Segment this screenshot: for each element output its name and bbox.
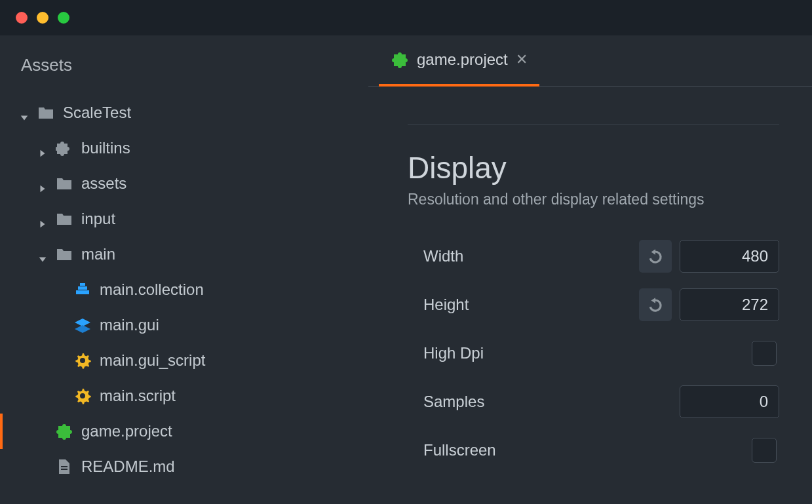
titlebar bbox=[0, 0, 812, 35]
tree-item-builtins[interactable]: builtins bbox=[0, 130, 368, 166]
tree-item-main[interactable]: main bbox=[0, 237, 368, 272]
asset-tree: ScaleTest builtins assets input main bbox=[0, 95, 368, 484]
tab-bar: game.project ✕ bbox=[368, 35, 812, 87]
chevron-right-icon[interactable] bbox=[38, 144, 47, 153]
puzzle-icon bbox=[55, 139, 73, 157]
field-high-dpi: High Dpi bbox=[408, 329, 779, 378]
samples-input[interactable] bbox=[680, 385, 779, 418]
chevron-right-icon[interactable] bbox=[38, 214, 47, 223]
jigsaw-piece-icon bbox=[55, 422, 73, 440]
tree-item-label: builtins bbox=[81, 139, 130, 157]
tree-item-label: main.gui_script bbox=[100, 351, 205, 370]
editor-panel: game.project ✕ Display Resolution and ot… bbox=[368, 35, 812, 504]
tree-item-main-script[interactable]: main.script bbox=[0, 378, 368, 414]
tree-item-assets[interactable]: assets bbox=[0, 166, 368, 201]
tree-item-label: main.script bbox=[100, 387, 176, 405]
jigsaw-piece-icon bbox=[391, 50, 409, 69]
editor-content: Display Resolution and other display rel… bbox=[368, 87, 812, 504]
section-subtitle: Resolution and other display related set… bbox=[408, 191, 779, 208]
tree-item-label: README.md bbox=[81, 457, 175, 476]
width-input[interactable] bbox=[680, 240, 779, 273]
layers-icon bbox=[73, 316, 92, 334]
reset-width-button[interactable] bbox=[639, 240, 672, 273]
tree-item-main-collection[interactable]: main.collection bbox=[0, 272, 368, 307]
undo-icon bbox=[646, 247, 665, 265]
field-label: Fullscreen bbox=[408, 441, 604, 459]
tree-item-readme[interactable]: README.md bbox=[0, 449, 368, 484]
high-dpi-checkbox[interactable] bbox=[752, 341, 777, 366]
folder-icon bbox=[55, 245, 73, 263]
field-label: High Dpi bbox=[408, 344, 604, 362]
collection-icon bbox=[73, 281, 92, 299]
tree-item-label: main bbox=[81, 245, 115, 263]
tab-game-project[interactable]: game.project ✕ bbox=[379, 35, 539, 87]
file-icon bbox=[55, 457, 73, 476]
field-label: Height bbox=[408, 296, 604, 314]
window-zoom-button[interactable] bbox=[58, 12, 69, 24]
tab-label: game.project bbox=[417, 50, 508, 69]
cog-icon bbox=[73, 387, 92, 405]
window-close-button[interactable] bbox=[16, 12, 28, 24]
folder-icon bbox=[37, 104, 55, 122]
assets-panel: Assets ScaleTest builtins assets input bbox=[0, 35, 368, 504]
tree-item-label: main.gui bbox=[100, 316, 159, 334]
folder-icon bbox=[55, 174, 73, 193]
reset-height-button[interactable] bbox=[639, 288, 672, 321]
tree-item-scaletest[interactable]: ScaleTest bbox=[0, 95, 368, 130]
tree-item-label: main.collection bbox=[100, 281, 204, 299]
field-label: Width bbox=[408, 247, 604, 265]
tree-item-game-project[interactable]: game.project bbox=[0, 414, 368, 449]
tree-item-label: game.project bbox=[81, 422, 172, 440]
chevron-down-icon[interactable] bbox=[38, 250, 47, 259]
field-width: Width bbox=[408, 232, 779, 281]
section-title: Display bbox=[408, 150, 779, 185]
chevron-down-icon[interactable] bbox=[20, 108, 29, 117]
chevron-right-icon[interactable] bbox=[38, 179, 47, 188]
tree-item-main-gui[interactable]: main.gui bbox=[0, 307, 368, 343]
cog-icon bbox=[73, 351, 92, 370]
tree-item-input[interactable]: input bbox=[0, 201, 368, 237]
undo-icon bbox=[646, 296, 665, 314]
tree-item-label: assets bbox=[81, 174, 126, 193]
folder-icon bbox=[55, 210, 73, 228]
close-icon[interactable]: ✕ bbox=[516, 51, 528, 68]
assets-panel-title: Assets bbox=[0, 35, 368, 95]
fullscreen-checkbox[interactable] bbox=[752, 438, 777, 463]
field-height: Height bbox=[408, 281, 779, 329]
field-samples: Samples bbox=[408, 378, 779, 426]
window-minimize-button[interactable] bbox=[37, 12, 48, 24]
field-label: Samples bbox=[408, 393, 604, 411]
tree-item-main-gui-script[interactable]: main.gui_script bbox=[0, 343, 368, 378]
field-fullscreen: Fullscreen bbox=[408, 426, 779, 475]
tree-item-label: input bbox=[81, 210, 115, 228]
tree-item-label: ScaleTest bbox=[63, 104, 131, 122]
height-input[interactable] bbox=[680, 288, 779, 321]
